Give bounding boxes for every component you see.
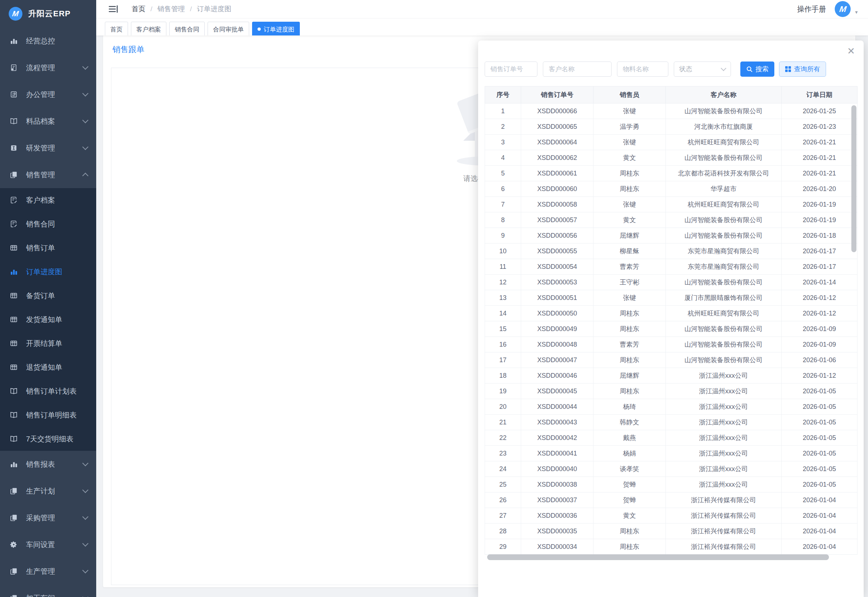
- search-button[interactable]: 搜索: [740, 61, 774, 77]
- table-row[interactable]: 27XSDD000036黄文浙江裕兴传媒有限公司2026-01-04: [485, 508, 858, 524]
- sidebar-item-销售订单明细表[interactable]: 销售订单明细表: [0, 403, 96, 427]
- table-cell: 韩静文: [594, 414, 666, 430]
- sidebar-item-加工车间[interactable]: 加工车间: [0, 585, 96, 597]
- breadcrumb-item-订单进度图[interactable]: 订单进度图: [197, 4, 231, 14]
- page-tab-销售合同[interactable]: 销售合同: [169, 22, 205, 36]
- sidebar-item-备货订单[interactable]: 备货订单: [0, 284, 96, 307]
- table-row[interactable]: 15XSDD000049周桂东山河智能装备股份有限公司2026-01-09: [485, 321, 858, 337]
- sidebar-item-发货通知单[interactable]: 发货通知单: [0, 307, 96, 331]
- table-row[interactable]: 21XSDD000043韩静文浙江温州xxx公司2026-01-05: [485, 414, 858, 430]
- breadcrumb-item-首页[interactable]: 首页: [132, 4, 145, 14]
- sidebar-item-销售管理[interactable]: 销售管理: [0, 161, 96, 188]
- table-row[interactable]: 9XSDD000056屈继辉山河智能装备股份有限公司2026-01-18: [485, 228, 858, 244]
- sidebar-item-办公管理[interactable]: 办公管理: [0, 81, 96, 108]
- close-icon[interactable]: ✕: [847, 46, 855, 56]
- page-tab-label: 首页: [110, 25, 123, 34]
- table-row[interactable]: 11XSDD000054曹素芳东莞市星瀚商贸有限公司2026-01-17: [485, 259, 858, 275]
- status-select[interactable]: 状态: [674, 61, 731, 77]
- sidebar-item-经营总控[interactable]: 经营总控: [0, 28, 96, 54]
- table-row[interactable]: 19XSDD000045周桂东浙江温州xxx公司2026-01-05: [485, 383, 858, 399]
- table-row[interactable]: 24XSDD000040谈孝笑浙江温州xxx公司2026-01-05: [485, 461, 858, 477]
- table-cell: 浙江温州xxx公司: [666, 430, 782, 446]
- table-row[interactable]: 28XSDD000035周桂东浙江裕兴传媒有限公司2026-01-04: [485, 524, 858, 539]
- sidebar-item-料品档案[interactable]: 料品档案: [0, 108, 96, 135]
- sidebar-menu: 经营总控流程管理办公管理料品档案研发管理销售管理客户档案销售合同销售订单订单进度…: [0, 28, 96, 597]
- table-cell: 2026-01-05: [782, 414, 858, 430]
- table-row[interactable]: 17XSDD000047周桂东山河智能装备股份有限公司2026-01-06: [485, 352, 858, 368]
- menu-fold-icon[interactable]: [108, 4, 118, 15]
- table-row[interactable]: 6XSDD000060周桂东华孚超市2026-01-20: [485, 181, 858, 197]
- vertical-scrollbar[interactable]: [851, 105, 856, 252]
- copy-docs-icon: [9, 171, 18, 179]
- sidebar-item-开票结算单[interactable]: 开票结算单: [0, 331, 96, 355]
- table-cell: XSDD000038: [521, 477, 594, 492]
- table-row[interactable]: 2XSDD000065温学勇河北衡水市红旗商厦2026-01-23: [485, 119, 858, 135]
- sidebar-item-销售订单计划表[interactable]: 销售订单计划表: [0, 379, 96, 403]
- breadcrumb-item-销售管理[interactable]: 销售管理: [157, 4, 185, 14]
- table-row[interactable]: 23XSDD000041杨娟浙江温州xxx公司2026-01-05: [485, 446, 858, 461]
- sidebar-item-label: 销售合同: [26, 219, 55, 229]
- sidebar-item-销售报表[interactable]: 销售报表: [0, 451, 96, 478]
- table-row[interactable]: 7XSDD000058张键杭州旺旺旺商贸有限公司2026-01-19: [485, 197, 858, 212]
- table-cell: 7: [485, 197, 521, 212]
- app-logo[interactable]: M 升阳云ERP: [0, 0, 96, 28]
- sidebar-item-车间设置[interactable]: 车间设置: [0, 531, 96, 558]
- grid-icon: [785, 66, 791, 72]
- table-cell: 山河智能装备股份有限公司: [666, 212, 782, 228]
- sidebar-item-销售订单[interactable]: 销售订单: [0, 236, 96, 260]
- table-row[interactable]: 26XSDD000037贺蝉浙江裕兴传媒有限公司2026-01-04: [485, 492, 858, 508]
- table-cell: 浙江温州xxx公司: [666, 399, 782, 414]
- table-row[interactable]: 22XSDD000042戴燕浙江温州xxx公司2026-01-05: [485, 430, 858, 446]
- sidebar-item-研发管理[interactable]: 研发管理: [0, 135, 96, 161]
- sidebar-item-生产管理[interactable]: 生产管理: [0, 558, 96, 585]
- query-all-button[interactable]: 查询所有: [779, 61, 826, 77]
- table-row[interactable]: 8XSDD000057黄文山河智能装备股份有限公司2026-01-19: [485, 212, 858, 228]
- table-cell: 2026-01-21: [782, 135, 858, 150]
- table-row[interactable]: 16XSDD000048曹素芳山河智能装备股份有限公司2026-01-09: [485, 337, 858, 352]
- page-tab-订单进度图[interactable]: 订单进度图: [252, 22, 300, 36]
- table-cell: 16: [485, 337, 521, 352]
- order-no-input[interactable]: [484, 61, 538, 77]
- sidebar-item-label: 7天交货明细表: [26, 434, 73, 444]
- sidebar-item-生产计划[interactable]: 生产计划: [0, 478, 96, 504]
- sidebar-item-采购管理[interactable]: 采购管理: [0, 504, 96, 531]
- customer-name-input[interactable]: [543, 61, 612, 77]
- page-tab-合同审批单[interactable]: 合同审批单: [207, 22, 249, 36]
- table-cell: 周桂东: [594, 166, 666, 181]
- table-row[interactable]: 1XSDD000066张键山河智能装备股份有限公司2026-01-25: [485, 104, 858, 119]
- table-grid-icon: [9, 244, 18, 252]
- avatar[interactable]: M: [835, 1, 851, 17]
- table-row[interactable]: 5XSDD000061周桂东北京都市花语科技开发有限公司2026-01-21: [485, 166, 858, 181]
- table-row[interactable]: 3XSDD000064张键杭州旺旺旺商贸有限公司2026-01-21: [485, 135, 858, 150]
- table-row[interactable]: 10XSDD000055柳星稣东莞市星瀚商贸有限公司2026-01-17: [485, 244, 858, 259]
- table-cell: 2026-01-04: [782, 539, 858, 555]
- sidebar-item-7天交货明细表[interactable]: 7天交货明细表: [0, 427, 96, 451]
- horizontal-scrollbar[interactable]: [487, 554, 829, 560]
- table-row[interactable]: 14XSDD000050周桂东杭州旺旺旺商贸有限公司2026-01-12: [485, 306, 858, 321]
- sidebar-item-销售合同[interactable]: 销售合同: [0, 212, 96, 236]
- table-cell: 2026-01-04: [782, 508, 858, 524]
- table-row[interactable]: 13XSDD000051张键厦门市黑眼睛服饰有限公司2026-01-12: [485, 290, 858, 306]
- sidebar-item-流程管理[interactable]: 流程管理: [0, 54, 96, 81]
- table-row[interactable]: 29XSDD000034周桂东浙江裕兴传媒有限公司2026-01-04: [485, 539, 858, 555]
- page-tab-label: 合同审批单: [213, 25, 244, 34]
- table-row[interactable]: 20XSDD000044杨琦浙江温州xxx公司2026-01-05: [485, 399, 858, 414]
- table-cell: XSDD000066: [521, 104, 594, 119]
- page-tab-客户档案[interactable]: 客户档案: [131, 22, 166, 36]
- table-cell: 2026-01-04: [782, 492, 858, 508]
- copy-docs-icon: [9, 514, 18, 522]
- table-cell: 2026-01-12: [782, 290, 858, 306]
- table-row[interactable]: 18XSDD000046屈继辉浙江温州xxx公司2026-01-12: [485, 368, 858, 383]
- table-cell: 22: [485, 430, 521, 446]
- page-tab-首页[interactable]: 首页: [105, 22, 128, 36]
- sidebar-item-客户档案[interactable]: 客户档案: [0, 188, 96, 212]
- table-row[interactable]: 12XSDD000053王守彬山河智能装备股份有限公司2026-01-14: [485, 275, 858, 290]
- material-name-input[interactable]: [617, 61, 668, 77]
- manual-link[interactable]: 操作手册: [797, 4, 826, 14]
- table-cell: 1: [485, 104, 521, 119]
- sidebar-item-退货通知单[interactable]: 退货通知单: [0, 355, 96, 379]
- table-row[interactable]: 25XSDD000038贺蝉浙江温州xxx公司2026-01-05: [485, 477, 858, 492]
- chevron-down-icon[interactable]: ▼: [854, 10, 859, 15]
- sidebar-item-订单进度图[interactable]: 订单进度图: [0, 260, 96, 284]
- table-row[interactable]: 4XSDD000062黄文山河智能装备股份有限公司2026-01-21: [485, 150, 858, 166]
